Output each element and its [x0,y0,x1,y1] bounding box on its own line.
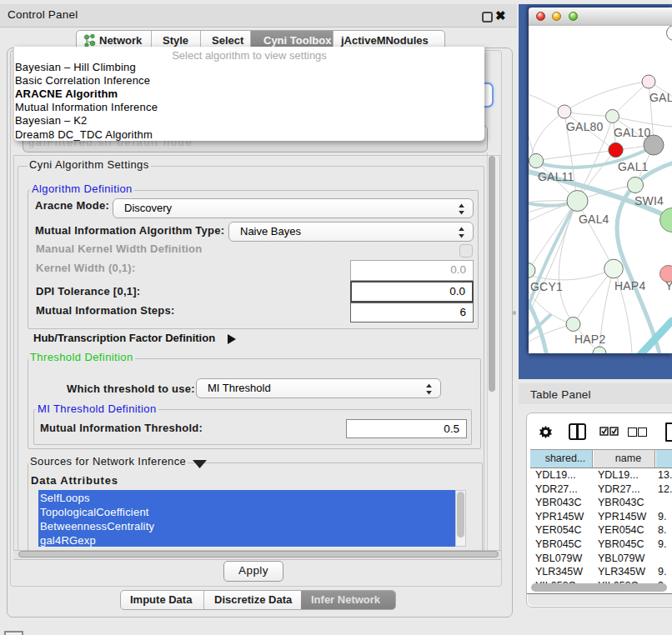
svg-text:YM: YM [665,279,672,292]
svg-text:GAL10: GAL10 [614,126,651,139]
svg-text:SWI4: SWI4 [634,194,664,208]
svg-text:GAL11: GAL11 [538,170,574,183]
svg-text:GAL80: GAL80 [566,120,604,133]
svg-text:GAL7: GAL7 [649,91,672,104]
svg-text:GAL1: GAL1 [618,160,649,173]
svg-text:HAP4: HAP4 [614,279,645,292]
svg-text:GAL4: GAL4 [579,212,609,226]
svg-text:HAP2: HAP2 [574,332,605,346]
svg-text:GCY1: GCY1 [530,280,563,293]
